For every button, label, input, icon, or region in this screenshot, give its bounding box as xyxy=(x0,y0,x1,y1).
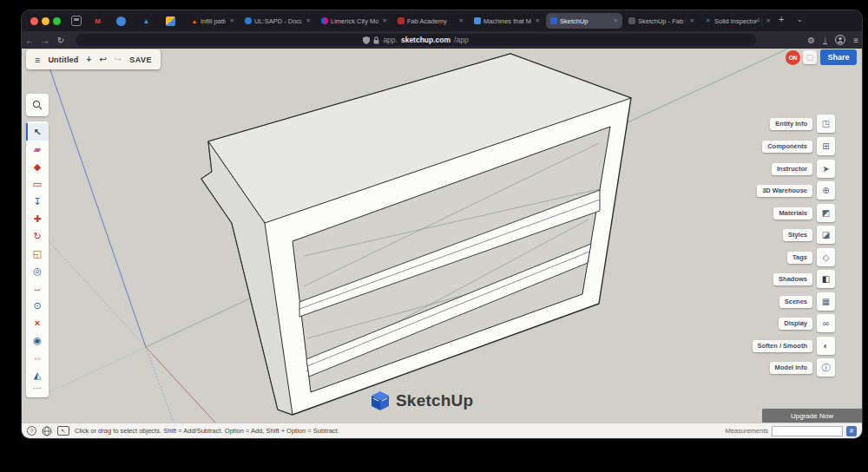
forward-button[interactable]: → xyxy=(37,36,53,45)
tab-bar: M ▲ ▲ Infill patterns | Prusa Kno ✕ UL:S… xyxy=(22,10,862,31)
tags-icon[interactable]: ◇ xyxy=(817,248,835,266)
paint-bucket-tool[interactable]: ◆ xyxy=(26,158,49,175)
profile-icon[interactable] xyxy=(835,35,845,45)
rotate-tool[interactable]: ↻ xyxy=(26,227,49,245)
walk-tool[interactable]: ◭ xyxy=(26,366,49,384)
reload-button[interactable]: ↻ xyxy=(53,36,69,45)
pinned-tab-photos[interactable] xyxy=(166,16,175,26)
downloads-icon[interactable]: ↓ xyxy=(823,36,827,44)
soften-smooth-icon[interactable]: ◐ xyxy=(817,337,835,355)
tab-solid-inspector[interactable]: ✕ Solid Inspector² | Sketch ✕ xyxy=(700,13,775,29)
page-widget-icon[interactable]: ▢ xyxy=(803,50,817,64)
close-tab-icon[interactable]: ✕ xyxy=(534,17,540,24)
menu-icon[interactable]: ≡ xyxy=(853,36,858,45)
close-tab-icon[interactable]: ✕ xyxy=(457,17,464,24)
panel-label: Tags xyxy=(787,252,812,264)
close-tab-icon[interactable]: ✕ xyxy=(688,17,694,24)
new-tab-button[interactable]: + xyxy=(779,14,784,24)
url-prefix: app. xyxy=(383,36,398,44)
entity-info-icon[interactable]: ◳ xyxy=(817,115,835,133)
tab-sketchup-active[interactable]: SketchUp ✕ xyxy=(546,13,622,29)
zoom-tool[interactable]: ⊙ xyxy=(26,297,49,314)
pinned-tab-cloud[interactable] xyxy=(116,16,126,26)
tab-infill-patterns[interactable]: ▲ Infill patterns | Prusa Kno ✕ xyxy=(187,13,239,29)
close-tab-icon[interactable]: ✕ xyxy=(305,17,311,24)
globe-icon[interactable] xyxy=(42,426,52,436)
model-info-icon[interactable]: ⓘ xyxy=(817,358,835,377)
more-tools-button[interactable]: ⋯ xyxy=(26,384,49,396)
axes-tool[interactable]: × xyxy=(26,314,49,331)
move-tool[interactable]: ✚ xyxy=(26,210,49,227)
tab-list-chevron-icon[interactable]: ⌄ xyxy=(797,16,803,23)
pinned-tab-gmail[interactable]: M xyxy=(93,16,102,26)
shadows-icon[interactable]: ◧ xyxy=(817,270,835,288)
sketchup-dark-icon xyxy=(628,17,635,24)
warehouse-icon[interactable]: ⊕ xyxy=(817,181,835,200)
components-icon[interactable]: ⊞ xyxy=(817,137,835,155)
minimize-window-button[interactable] xyxy=(42,17,49,25)
prusa-flame-icon: ▲ xyxy=(191,17,198,24)
panel-row-shadows: Shadows ◧ xyxy=(773,270,835,288)
blue-doc-icon xyxy=(245,17,252,24)
document-title[interactable]: Untitled xyxy=(48,56,78,64)
tab-label: Limerick City Model | Flic xyxy=(331,17,378,25)
solid-inspector-icon: ✕ xyxy=(705,17,712,24)
model-viewport[interactable] xyxy=(22,49,862,423)
tab-machines-that-make[interactable]: Machines that Make | MT ✕ xyxy=(470,13,544,29)
redo-button[interactable]: ↪ xyxy=(115,55,122,64)
search-icon xyxy=(32,100,43,110)
tab-fab-academy[interactable]: Fab Academy ✕ xyxy=(393,13,468,29)
shelf-model[interactable] xyxy=(201,54,631,415)
back-button[interactable]: ← xyxy=(22,36,37,45)
orbit-tool[interactable]: ◉ xyxy=(26,331,49,349)
panel-row-entity-info: Entity Info ◳ xyxy=(770,115,835,133)
panel-label: Instructor xyxy=(772,163,812,175)
tab-overview-icon[interactable] xyxy=(71,16,82,26)
tape-measure-tool[interactable]: ↔ xyxy=(26,279,49,297)
tab-ul-sapd[interactable]: UL:SAPD - Documents - | ✕ xyxy=(240,13,315,29)
instructor-icon[interactable]: ➤ xyxy=(817,160,835,178)
shield-icon[interactable] xyxy=(363,36,370,44)
rectangle-tool[interactable]: ▭ xyxy=(26,175,49,193)
tab-label: SketchUp - Fab Lab Lime xyxy=(638,17,686,25)
panel-row-model-info: Model Info ⓘ xyxy=(770,358,836,377)
styles-icon[interactable]: ◪ xyxy=(817,226,835,244)
on-badge[interactable]: ON xyxy=(786,50,800,65)
app-menu-icon[interactable]: ≡ xyxy=(35,55,40,65)
close-tab-icon[interactable]: ✕ xyxy=(765,17,771,24)
panel-row-tags: Tags ◇ xyxy=(787,248,835,266)
extension-icon[interactable]: ⚙ xyxy=(807,36,815,45)
save-button[interactable]: SAVE xyxy=(129,56,152,64)
close-tab-icon[interactable]: ✕ xyxy=(228,17,234,24)
upgrade-now-button[interactable]: Upgrade Now xyxy=(762,409,862,423)
measurements-input[interactable] xyxy=(772,426,843,436)
pan-tool[interactable]: ⇔ xyxy=(26,349,49,366)
display-icon[interactable]: ∞ xyxy=(817,314,835,332)
url-bar[interactable]: app.sketchup.com/app xyxy=(76,34,756,46)
eraser-tool[interactable]: ▰ xyxy=(26,141,49,158)
search-button[interactable] xyxy=(26,94,49,116)
pinned-tab-drive[interactable]: ▲ xyxy=(141,16,151,26)
sketchup-canvas[interactable]: ≡ Untitled + ↩ ↪ SAVE ↖ ▰ ◆ ▭ ↧ ✚ ↻ ◱ ◎ … xyxy=(22,49,862,423)
materials-icon[interactable]: ◩ xyxy=(817,204,835,222)
close-window-button[interactable] xyxy=(30,17,38,25)
scenes-icon[interactable]: ▦ xyxy=(817,292,835,311)
undo-button[interactable]: ↩ xyxy=(99,55,106,64)
zoom-window-button[interactable] xyxy=(53,17,61,25)
push-pull-tool[interactable]: ↧ xyxy=(26,193,49,210)
select-tool[interactable]: ↖ xyxy=(26,123,49,141)
tab-label: Fab Academy xyxy=(407,17,447,25)
select-add-icon[interactable]: + xyxy=(87,55,92,64)
close-tab-icon[interactable]: ✕ xyxy=(612,17,618,24)
offset-tool[interactable]: ◎ xyxy=(26,262,49,279)
tab-sketchup-fablab[interactable]: SketchUp - Fab Lab Lime ✕ xyxy=(624,13,699,29)
tab-limerick-city[interactable]: Limerick City Model | Flic ✕ xyxy=(317,13,391,29)
tab-label: Infill patterns | Prusa Kno xyxy=(201,17,226,25)
scale-tool[interactable]: ◱ xyxy=(26,245,49,262)
panel-label: Shadows xyxy=(773,273,812,285)
close-tab-icon[interactable]: ✕ xyxy=(381,17,387,24)
panel-label: Components xyxy=(762,141,812,153)
share-button[interactable]: Share xyxy=(820,49,857,65)
help-icon[interactable]: ? xyxy=(27,426,36,436)
measurements-grid-icon[interactable]: # xyxy=(846,426,857,436)
